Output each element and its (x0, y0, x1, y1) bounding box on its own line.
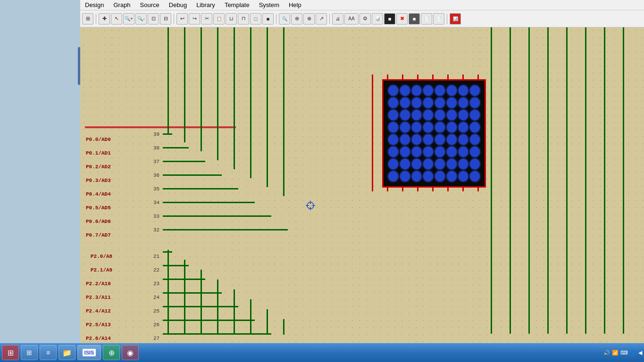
led-dot (435, 110, 445, 120)
pin-label-p23: P2.3/A11 (86, 295, 111, 300)
led-dot (459, 85, 468, 96)
text-btn[interactable]: AA (344, 13, 359, 25)
chart2-btn[interactable]: 📊 (450, 13, 461, 25)
wire-v-6 (250, 27, 251, 178)
wire-h-p20 (163, 251, 172, 253)
led-dot (459, 134, 468, 145)
zoom-out-btn[interactable]: 🔍- (135, 13, 147, 25)
user-icon[interactable]: 👤 (630, 350, 636, 356)
wire-v-5 (234, 27, 235, 169)
keyboard-icon[interactable]: ⌨ (620, 350, 628, 356)
pin-num-39: 39 (153, 132, 159, 137)
taskbar-folder-btn[interactable]: 📁 (59, 345, 75, 360)
wire-v-r6 (585, 27, 586, 334)
block2-btn[interactable]: ⊓ (238, 13, 249, 25)
pin-label-p04: P0.4/AD4 (86, 191, 111, 197)
wire-h-p24 (163, 306, 238, 307)
block1-btn[interactable]: ⊔ (226, 13, 237, 25)
led-dot (388, 122, 398, 132)
doc1-btn[interactable]: 📄 (421, 13, 432, 25)
taskbar: ⊞ ⊞ ≡ 📁 ISIS ⊕ ◉ 🔊 📶 ⌨ 👤 ◀ (0, 343, 644, 362)
arrow-btn[interactable]: ↗ (316, 13, 327, 25)
sep1 (96, 14, 96, 24)
led-dot (470, 171, 480, 181)
pointer-btn[interactable]: ↖ (111, 13, 122, 25)
led-dot (423, 98, 433, 108)
menu-design[interactable]: Design (80, 0, 109, 9)
led-dot (459, 159, 468, 169)
green-plus-icon: ⊕ (109, 348, 115, 357)
taskbar-green-btn[interactable]: ⊕ (103, 345, 120, 360)
led-dot (388, 98, 398, 108)
pin-label-p05: P0.5/AD5 (86, 205, 111, 211)
wire-v-4 (217, 27, 218, 160)
folder-icon: 📁 (62, 348, 72, 357)
menu-library[interactable]: Library (192, 0, 220, 9)
taskbar-windows-btn[interactable]: ⊞ (21, 345, 38, 360)
rect1-btn[interactable]: □ (250, 13, 261, 25)
plus-circle-btn[interactable]: ⊕ (291, 13, 302, 25)
component-box (85, 126, 236, 128)
wire-h-p02 (163, 161, 205, 162)
sidebar (0, 0, 80, 335)
wire-h-p23 (163, 292, 222, 294)
crosshair-btn[interactable]: ✚ (99, 13, 110, 25)
led-dot (388, 85, 398, 96)
pin-label-p26: P2.6/A14 (86, 336, 111, 341)
zoom-in-btn[interactable]: 🔍+ (123, 13, 134, 25)
delete-btn[interactable]: ✖ (396, 13, 408, 25)
pin-num-34: 34 (153, 200, 159, 206)
sep5 (447, 14, 447, 24)
menu-source[interactable]: Source (135, 0, 164, 9)
settings-btn[interactable]: ⚙ (360, 13, 371, 25)
menu-graph[interactable]: Graph (109, 0, 135, 9)
menu-system[interactable]: System (254, 0, 284, 9)
redo-btn[interactable]: ↪ (189, 13, 200, 25)
menu-template[interactable]: Template (220, 0, 254, 9)
grid-toggle-btn[interactable]: ⊞ (82, 13, 93, 25)
led-dot (447, 98, 457, 108)
start-button[interactable]: ⊞ (2, 345, 19, 360)
zoom-fit-btn[interactable]: ⊡ (148, 13, 159, 25)
cross-btn[interactable]: ⊗ (303, 13, 315, 25)
pin-num-22: 22 (153, 267, 159, 273)
wire-h-p00 (163, 133, 172, 135)
led-dot (423, 122, 433, 132)
led-dot (423, 134, 433, 145)
taskbar-list-btn[interactable]: ≡ (40, 345, 57, 360)
canvas-area[interactable]: P0.0/AD0 P0.1/AD1 P0.2/AD2 P0.3/AD3 P0.4… (80, 27, 644, 348)
pin-label-p01: P0.1/AD1 (86, 150, 111, 156)
led-dot (400, 159, 410, 169)
pin-num-21: 21 (153, 254, 159, 259)
undo-btn[interactable]: ↩ (176, 13, 188, 25)
led-dot (470, 147, 480, 157)
wire-v-r8 (623, 27, 624, 334)
volume-icon[interactable]: 🔊 (603, 350, 610, 356)
zoom-actual-btn[interactable]: ⊟ (160, 13, 171, 25)
wire-h-p22 (163, 279, 205, 280)
cut-btn[interactable]: ✂ (201, 13, 212, 25)
more-icons[interactable]: ◀ (638, 350, 642, 356)
crosshair-cursor (306, 201, 315, 210)
square-btn[interactable]: ■ (409, 13, 420, 25)
taskbar-red-btn[interactable]: ◉ (122, 345, 139, 360)
wire-v-r4 (547, 27, 549, 334)
search-btn[interactable]: 🔍 (279, 13, 290, 25)
led-dot (400, 98, 410, 108)
led-dot (459, 122, 468, 132)
chart-btn[interactable]: 📊 (372, 13, 383, 25)
led-dot (400, 122, 410, 132)
doc2-btn[interactable]: 📄 (433, 13, 444, 25)
fill-btn[interactable]: ■ (384, 13, 395, 25)
print-btn[interactable]: 🖨 (332, 13, 343, 25)
menu-help[interactable]: Help (284, 0, 306, 9)
copy-btn[interactable]: 📋 (213, 13, 225, 25)
led-dot (412, 171, 422, 181)
network-icon[interactable]: 📶 (612, 350, 619, 356)
taskbar-isis-btn[interactable]: ISIS (77, 345, 101, 360)
led-dot (412, 134, 422, 145)
rect2-btn[interactable]: ■ (262, 13, 274, 25)
wire-red-v-1 (372, 74, 373, 191)
menu-debug[interactable]: Debug (164, 0, 192, 9)
led-dot (388, 134, 398, 145)
